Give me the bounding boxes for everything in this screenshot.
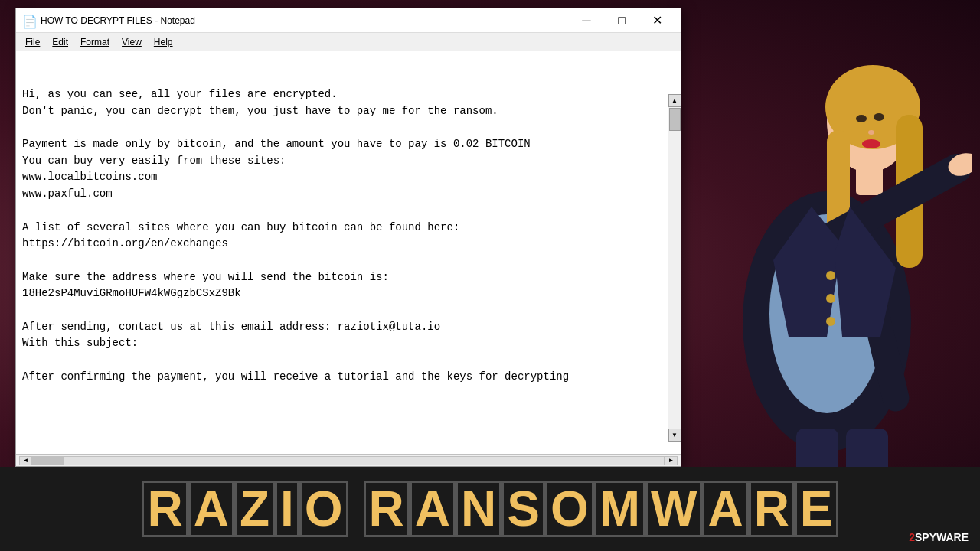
scroll-up-arrow[interactable]: ▲ — [668, 94, 681, 107]
text-line: www.paxful.com — [22, 186, 675, 203]
logo-number: 2 — [909, 531, 915, 543]
svg-point-17 — [868, 130, 874, 135]
banner-letter-15: E — [795, 481, 838, 537]
menu-help[interactable]: Help — [148, 35, 179, 49]
banner-letter-11: M — [594, 481, 645, 537]
scroll-down-arrow[interactable]: ▼ — [668, 429, 681, 442]
banner-letter-4: O — [299, 481, 348, 537]
notepad-icon: 📄 — [22, 15, 34, 27]
h-scrollbar-thumb[interactable] — [33, 457, 64, 465]
scrollbar-track — [668, 107, 681, 429]
banner-letter-8: N — [456, 481, 501, 537]
banner-title-container: RAZIO RANSOMWARE — [142, 481, 838, 537]
text-line — [22, 253, 675, 269]
menu-format[interactable]: Format — [74, 35, 116, 49]
minimize-button[interactable]: ─ — [569, 8, 604, 33]
horizontal-scrollbar[interactable]: ◄ ► — [16, 454, 681, 466]
notepad-window: 📄 HOW TO DECRYPT FILES - Notepad ─ □ ✕ F… — [15, 8, 681, 467]
svg-point-15 — [856, 115, 867, 122]
menu-edit[interactable]: Edit — [46, 35, 74, 49]
window-title: HOW TO DECRYPT FILES - Notepad — [41, 15, 569, 26]
scrollbar-thumb[interactable] — [669, 108, 681, 131]
titlebar: 📄 HOW TO DECRYPT FILES - Notepad ─ □ ✕ — [16, 8, 681, 33]
menubar: File Edit Format View Help — [16, 33, 681, 51]
menu-file[interactable]: File — [19, 35, 46, 49]
text-line — [22, 203, 675, 220]
maximize-button[interactable]: □ — [604, 8, 639, 33]
text-line: After sending, contact us at this email … — [22, 319, 675, 336]
person-image — [681, 31, 972, 474]
svg-point-12 — [826, 271, 835, 280]
text-line: You can buy very easily from these sites… — [22, 153, 675, 170]
banner-letter-7: A — [410, 481, 456, 537]
banner-letter-13: A — [702, 481, 748, 537]
logo-text: SPYWARE — [915, 531, 969, 543]
notepad-content[interactable]: Hi, as you can see, all your files are e… — [16, 51, 681, 454]
text-line — [22, 302, 675, 319]
svg-point-14 — [826, 317, 835, 326]
svg-point-18 — [862, 139, 880, 148]
banner-letter-14: R — [749, 481, 795, 537]
bottom-banner: RAZIO RANSOMWARE — [0, 467, 980, 551]
text-line: Don't panic, you can decrypt them, you j… — [22, 103, 675, 120]
svg-point-16 — [874, 113, 884, 121]
svg-point-13 — [826, 294, 835, 303]
banner-letter-3: I — [275, 481, 299, 537]
scroll-left-arrow[interactable]: ◄ — [19, 456, 32, 465]
text-line: A list of several sites where you can bu… — [22, 220, 675, 236]
text-line: With this subject: — [22, 335, 675, 352]
banner-letter-12: W — [645, 481, 702, 537]
banner-letter-5 — [348, 483, 364, 535]
text-line: After confirming the payment, you will r… — [22, 369, 675, 386]
close-button[interactable]: ✕ — [639, 8, 675, 33]
text-line: Hi, as you can see, all your files are e… — [22, 86, 675, 103]
text-line: 18He2sP4MuviGRmoHUFW4kWGgzbCSxZ9Bk — [22, 285, 675, 302]
text-line: www.localbitcoins.com — [22, 169, 675, 186]
scroll-right-arrow[interactable]: ► — [665, 456, 678, 465]
banner-letter-10: O — [545, 481, 594, 537]
person-svg — [681, 31, 972, 474]
menu-view[interactable]: View — [116, 35, 148, 49]
text-line — [22, 119, 675, 136]
text-line: Payment is made only by bitcoin, and the… — [22, 136, 675, 153]
svg-rect-6 — [856, 165, 883, 195]
spyware-logo: 2SPYWARE — [909, 531, 969, 543]
text-line — [22, 352, 675, 369]
banner-letter-2: Z — [234, 481, 275, 537]
text-line: https://bitcoin.org/en/exchanges — [22, 236, 675, 253]
banner-letter-0: R — [142, 481, 188, 537]
vertical-scrollbar[interactable]: ▲ ▼ — [668, 94, 681, 442]
text-line: Make sure the address where you will sen… — [22, 269, 675, 286]
window-controls: ─ □ ✕ — [569, 8, 675, 33]
h-scrollbar-track — [32, 456, 665, 465]
banner-letter-9: S — [501, 481, 545, 537]
banner-letter-6: R — [364, 481, 410, 537]
banner-letter-1: A — [188, 481, 234, 537]
